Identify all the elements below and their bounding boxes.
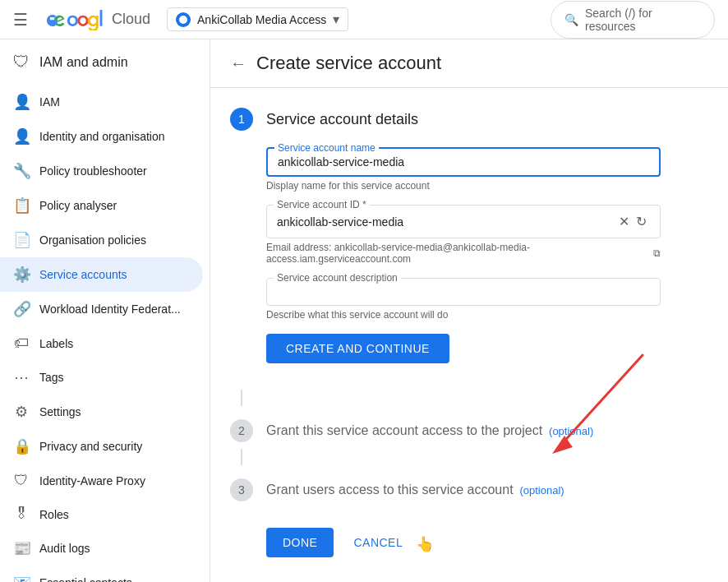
- roles-icon: 🎖: [13, 506, 30, 523]
- sidebar-item-org-policies[interactable]: 📄 Organisation policies: [0, 223, 203, 257]
- clear-id-button[interactable]: ✕: [615, 212, 633, 231]
- sidebar-item-essential-label: Essential contacts: [39, 576, 132, 582]
- step1-circle: 1: [230, 108, 253, 131]
- content-area: ← Create service account 1 Service accou…: [210, 39, 728, 582]
- step3-title: Grant users access to this service accou…: [266, 483, 514, 497]
- sidebar-item-service-accounts[interactable]: ⚙️ Service accounts: [0, 257, 203, 292]
- project-name: AnkiCollab Media Access: [197, 13, 326, 26]
- step2-circle: 2: [230, 419, 253, 442]
- id-field-inner: ✕ ↻: [277, 212, 650, 231]
- privacy-icon: 🔒: [13, 437, 30, 455]
- step2-section: 2 Grant this service account access to t…: [230, 413, 708, 449]
- step1-form: Service account name Display name for th…: [266, 147, 661, 363]
- sidebar-item-audit-label: Audit logs: [39, 542, 90, 555]
- step1-section: 1 Service account details Service accoun…: [230, 108, 708, 363]
- step1-header: 1 Service account details: [230, 108, 708, 131]
- step3-content: Grant users access to this service accou…: [266, 483, 564, 497]
- org-policies-icon: 📄: [13, 231, 30, 249]
- sidebar-item-essential[interactable]: 📧 Essential contacts: [0, 566, 203, 582]
- cancel-button[interactable]: CANCEL: [340, 528, 416, 557]
- sidebar-item-tags-label: Tags: [39, 371, 64, 384]
- step3-circle: 3: [230, 478, 253, 501]
- page-title: Create service account: [256, 53, 441, 74]
- refresh-id-button[interactable]: ↻: [633, 212, 650, 231]
- step2-title: Grant this service account access to the…: [266, 423, 542, 437]
- workload-icon: 🔗: [13, 300, 30, 318]
- project-selector[interactable]: AnkiCollab Media Access ▾: [167, 7, 348, 31]
- analyser-icon: 📋: [13, 196, 30, 215]
- dropdown-arrow-icon: ▾: [333, 12, 339, 27]
- service-account-desc-field: Service account description Describe wha…: [266, 278, 661, 321]
- step2-content: Grant this service account access to the…: [266, 423, 593, 438]
- create-button-row: CREATE AND CONTINUE: [266, 334, 661, 363]
- menu-icon[interactable]: ☰: [13, 10, 28, 30]
- iam-shield-icon: 🛡: [13, 53, 30, 72]
- name-hint: Display name for this service account: [266, 180, 661, 192]
- desc-hint: Describe what this service account will …: [266, 309, 661, 321]
- troubleshooter-icon: 🔧: [13, 162, 30, 180]
- sidebar-item-privacy[interactable]: 🔒 Privacy and security: [0, 429, 203, 464]
- sidebar-item-roles[interactable]: 🎖 Roles: [0, 497, 203, 531]
- sidebar-item-iap[interactable]: 🛡 Identity-Aware Proxy: [0, 464, 203, 497]
- step-divider-1: [241, 390, 242, 406]
- sidebar-item-roles-label: Roles: [39, 508, 69, 521]
- service-account-id-input[interactable]: [277, 215, 615, 229]
- step1-title: Service account details: [266, 111, 418, 128]
- sidebar-item-analyser-label: Policy analyser: [39, 199, 117, 212]
- done-button[interactable]: DONE: [266, 528, 334, 557]
- copy-email-icon[interactable]: ⧉: [653, 247, 661, 259]
- sidebar-item-audit-logs[interactable]: 📰 Audit logs: [0, 531, 203, 566]
- create-and-continue-button[interactable]: CREATE AND CONTINUE: [266, 334, 449, 363]
- sidebar-item-privacy-label: Privacy and security: [39, 440, 142, 453]
- name-field-label: Service account name: [274, 142, 379, 154]
- audit-icon: 📰: [13, 539, 30, 557]
- sidebar-item-iam[interactable]: 👤 IAM: [0, 85, 203, 119]
- sidebar-item-settings-label: Settings: [39, 405, 81, 418]
- iam-person-icon: 👤: [13, 93, 30, 111]
- google-cloud-logo: [38, 9, 104, 30]
- name-field-wrapper: Service account name: [266, 147, 661, 177]
- iap-icon: 🛡: [13, 472, 30, 489]
- step3-section: 3 Grant users access to this service acc…: [230, 472, 708, 508]
- service-account-name-field: Service account name Display name for th…: [266, 147, 661, 192]
- sidebar-item-identity-label: Identity and organisation: [39, 130, 165, 143]
- sidebar-item-labels-label: Labels: [39, 337, 73, 350]
- search-placeholder-text: Search (/) for resources: [585, 7, 701, 33]
- search-box[interactable]: 🔍 Search (/) for resources: [551, 1, 715, 39]
- tags-icon: ⋯: [13, 368, 30, 386]
- sidebar-item-workload-label: Workload Identity Federat...: [39, 303, 181, 316]
- step3-subtitle: (optional): [519, 484, 564, 497]
- sidebar-item-iap-label: Identity-Aware Proxy: [39, 474, 145, 487]
- sidebar-item-identity[interactable]: 👤 Identity and organisation: [0, 119, 203, 154]
- cursor-indicator: 👆: [416, 535, 434, 553]
- content-header: ← Create service account: [210, 39, 728, 88]
- sidebar-item-policy-analyser[interactable]: 📋 Policy analyser: [0, 188, 203, 223]
- sidebar-item-policy-troubleshooter[interactable]: 🔧 Policy troubleshooter: [0, 154, 203, 188]
- identity-icon: 👤: [13, 127, 30, 146]
- settings-icon: ⚙: [13, 403, 30, 421]
- service-account-name-input[interactable]: [278, 155, 649, 169]
- search-icon: 🔍: [564, 13, 578, 26]
- desc-field-wrapper: Service account description: [266, 278, 661, 306]
- service-account-desc-input[interactable]: [277, 285, 650, 298]
- sidebar-item-troubleshooter-label: Policy troubleshooter: [39, 164, 147, 178]
- sidebar: 🛡 IAM and admin 👤 IAM 👤 Identity and org…: [0, 39, 210, 582]
- sidebar-item-settings[interactable]: ⚙ Settings: [0, 395, 203, 429]
- sidebar-header-title: IAM and admin: [39, 55, 128, 70]
- project-icon: [176, 12, 191, 27]
- logo: Cloud: [38, 9, 150, 30]
- cloud-text: Cloud: [112, 11, 150, 28]
- sidebar-item-labels[interactable]: 🏷 Labels: [0, 326, 203, 360]
- sidebar-item-workload-identity[interactable]: 🔗 Workload Identity Federat...: [0, 292, 203, 326]
- step2-subtitle: (optional): [549, 425, 593, 437]
- content-body: 1 Service account details Service accoun…: [210, 88, 728, 577]
- topbar: ☰ Cloud AnkiCollab Media Access ▾ 🔍 Sear…: [0, 0, 728, 39]
- step2-container: 2 Grant this service account access to t…: [230, 413, 708, 449]
- desc-field-label: Service account description: [274, 272, 401, 284]
- sidebar-item-iam-label: IAM: [39, 95, 60, 109]
- id-field-label: Service account ID *: [274, 199, 370, 210]
- id-field-wrapper: Service account ID * ✕ ↻: [266, 205, 661, 238]
- sidebar-header: 🛡 IAM and admin: [0, 39, 210, 85]
- sidebar-item-tags[interactable]: ⋯ Tags: [0, 360, 203, 395]
- back-button[interactable]: ←: [230, 54, 247, 73]
